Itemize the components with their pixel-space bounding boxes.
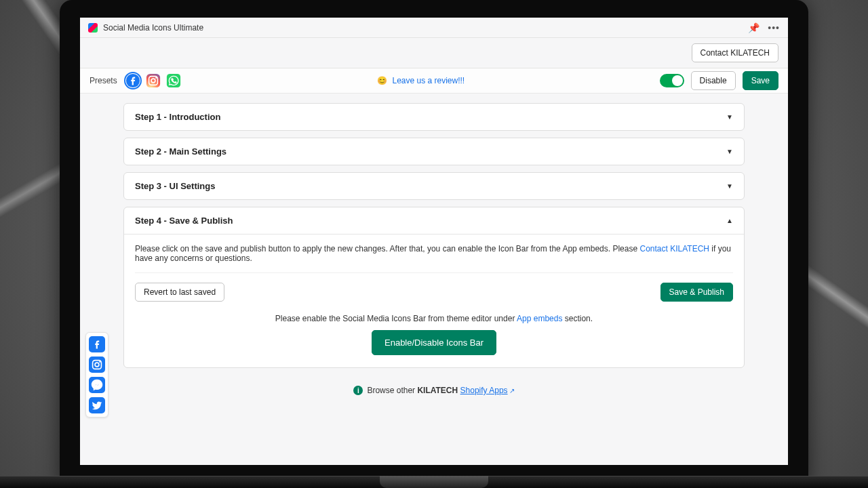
- messenger-icon: [90, 378, 104, 392]
- step-4-title: Step 4 - Save & Publish: [135, 216, 233, 226]
- chevron-down-icon: ▼: [726, 148, 733, 155]
- pin-icon[interactable]: 📌: [748, 22, 760, 33]
- app-title: Social Media Icons Ultimate: [103, 23, 748, 33]
- svg-point-4: [155, 77, 157, 79]
- contact-button[interactable]: Contact KILATECH: [692, 43, 778, 62]
- footer: i Browse other KILATECH Shopify Apps↗: [123, 386, 745, 395]
- preset-instagram[interactable]: [144, 72, 162, 89]
- step-3-header[interactable]: Step 3 - UI Settings ▼: [124, 173, 744, 199]
- shopify-apps-link[interactable]: Shopify Apps: [460, 386, 508, 395]
- chevron-down-icon: ▼: [726, 182, 733, 190]
- review-link[interactable]: 😊 Leave us a review!!!: [189, 76, 653, 85]
- contact-link[interactable]: Contact KILATECH: [639, 244, 709, 253]
- step-4-body: Please click on the save and publish but…: [124, 234, 744, 367]
- save-publish-button[interactable]: Save & Publish: [660, 283, 733, 302]
- step-2: Step 2 - Main Settings ▼: [123, 138, 745, 165]
- app-logo-icon: [88, 23, 98, 33]
- float-facebook[interactable]: [89, 336, 105, 352]
- enable-post: section.: [562, 314, 593, 323]
- save-button[interactable]: Save: [743, 71, 778, 90]
- float-messenger[interactable]: [89, 377, 105, 393]
- svg-point-7: [95, 363, 99, 367]
- external-link-icon: ↗: [509, 387, 515, 394]
- toggle-knob: [672, 75, 683, 86]
- enable-toggle[interactable]: [660, 74, 684, 87]
- review-link-text[interactable]: Leave us a review!!!: [392, 76, 465, 85]
- twitter-icon: [90, 398, 104, 413]
- facebook-icon: [90, 337, 104, 352]
- revert-button[interactable]: Revert to last saved: [135, 283, 224, 302]
- info-icon: i: [353, 386, 363, 395]
- toolbar: Presets 😊 Leave us a review!!! Disabl: [80, 68, 788, 94]
- laptop-notch: [380, 476, 488, 488]
- smile-icon: 😊: [377, 76, 387, 85]
- step-4-actions: Revert to last saved Save & Publish: [135, 272, 733, 302]
- step-1-title: Step 1 - Introduction: [135, 112, 220, 122]
- chevron-up-icon: ▲: [726, 217, 733, 224]
- step-1-header[interactable]: Step 1 - Introduction ▼: [124, 104, 744, 130]
- footer-brand: KILATECH: [417, 386, 458, 395]
- step-3-title: Step 3 - UI Settings: [135, 181, 215, 191]
- preset-facebook[interactable]: [124, 72, 142, 89]
- facebook-icon: [125, 73, 140, 88]
- step-2-header[interactable]: Step 2 - Main Settings ▼: [124, 138, 744, 165]
- instagram-icon: [146, 73, 161, 88]
- float-instagram[interactable]: [89, 357, 105, 373]
- app-header: Social Media Icons Ultimate 📌 •••: [80, 18, 788, 38]
- svg-point-8: [99, 361, 100, 363]
- instagram-icon: [90, 357, 104, 372]
- more-icon[interactable]: •••: [768, 22, 780, 33]
- laptop-frame: Social Media Icons Ultimate 📌 ••• Contac…: [60, 0, 808, 488]
- chevron-down-icon: ▼: [726, 113, 733, 121]
- main-content: Step 1 - Introduction ▼ Step 2 - Main Se…: [80, 94, 788, 422]
- whatsapp-icon: [166, 73, 181, 88]
- app-embeds-link[interactable]: App embeds: [517, 314, 562, 323]
- laptop-base: [0, 476, 868, 488]
- step-4-intro: Please click on the save and publish but…: [135, 244, 733, 263]
- floating-icon-bar: [85, 332, 108, 418]
- preset-whatsapp[interactable]: [165, 72, 182, 89]
- step-4-header[interactable]: Step 4 - Save & Publish ▲: [124, 207, 744, 234]
- preset-icons: [124, 72, 182, 89]
- step-2-title: Step 2 - Main Settings: [135, 146, 226, 157]
- step-4: Step 4 - Save & Publish ▲ Please click o…: [123, 207, 745, 368]
- app-screen: Social Media Icons Ultimate 📌 ••• Contac…: [80, 18, 788, 465]
- step-3: Step 3 - UI Settings ▼: [123, 172, 745, 200]
- enable-disable-button[interactable]: Enable/Disable Icons Bar: [372, 330, 496, 355]
- float-twitter[interactable]: [89, 397, 105, 413]
- presets-label: Presets: [90, 76, 117, 85]
- enable-hint: Please enable the Social Media Icons Bar…: [135, 314, 733, 323]
- step-4-text-1: Please click on the save and publish but…: [135, 244, 639, 253]
- step-1: Step 1 - Introduction ▼: [123, 103, 745, 131]
- footer-pre: Browse other: [367, 386, 417, 395]
- enable-pre: Please enable the Social Media Icons Bar…: [275, 314, 517, 323]
- disable-button[interactable]: Disable: [691, 71, 736, 90]
- contact-bar: Contact KILATECH: [80, 38, 788, 68]
